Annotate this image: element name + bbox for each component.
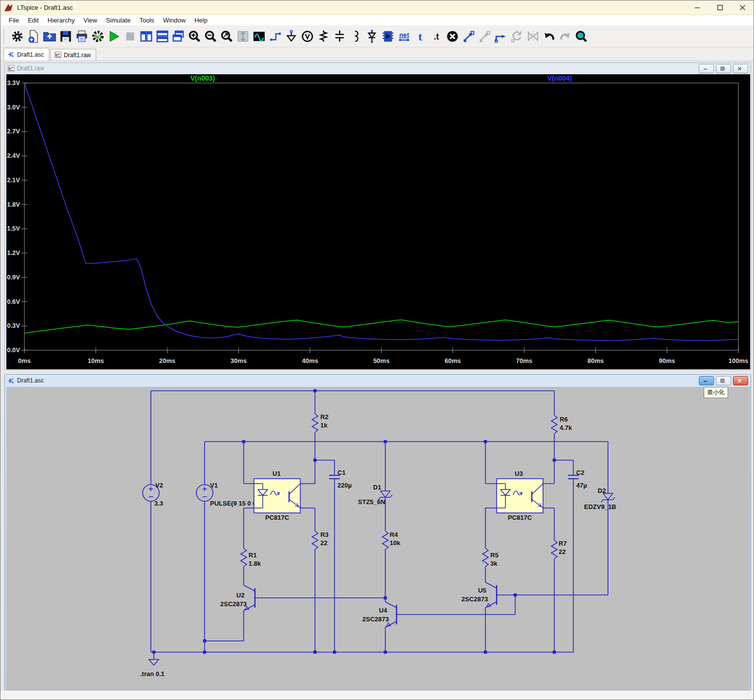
menu-simulate[interactable]: Simulate bbox=[102, 16, 135, 25]
copy-icon bbox=[462, 30, 475, 43]
diode-button[interactable] bbox=[364, 27, 380, 46]
print-button[interactable] bbox=[74, 27, 90, 46]
wave-minimize-button[interactable] bbox=[699, 64, 714, 73]
menu-window[interactable]: Window bbox=[159, 16, 190, 25]
spice-directive-button[interactable] bbox=[428, 27, 444, 46]
tab-draft1.asc[interactable]: Draft1.asc bbox=[3, 48, 49, 61]
menu-help[interactable]: Help bbox=[190, 16, 212, 25]
junction-dot bbox=[314, 651, 316, 654]
optocoupler-symbol bbox=[497, 479, 543, 513]
waveform-button[interactable] bbox=[251, 27, 267, 46]
x-tick-label: 50ms bbox=[373, 357, 389, 364]
menu-view[interactable]: View bbox=[79, 16, 102, 25]
inductor-button[interactable] bbox=[348, 27, 364, 46]
junction-dot bbox=[384, 596, 387, 599]
tab-draft1.raw[interactable]: Draft1.raw bbox=[50, 49, 96, 61]
cascade-button[interactable] bbox=[170, 27, 187, 46]
component-button[interactable] bbox=[380, 27, 396, 46]
schematic-canvas[interactable]: PULSE(9 15 0 0 0 V23.3V1U1PC817CR21kC122… bbox=[6, 387, 750, 689]
menu-edit[interactable]: Edit bbox=[23, 16, 43, 25]
zoom-extents-button[interactable] bbox=[219, 27, 235, 46]
legend-v(n003): V(n003) bbox=[190, 74, 215, 82]
schem-close-button[interactable] bbox=[733, 376, 748, 385]
ground-button[interactable] bbox=[283, 27, 299, 46]
junction-dot bbox=[384, 651, 387, 654]
net-label-button[interactable] bbox=[396, 27, 412, 46]
cascade-icon bbox=[172, 30, 185, 43]
schem-minimize-button[interactable] bbox=[699, 376, 714, 385]
minimize-button[interactable] bbox=[686, 0, 709, 15]
zoom-in-button[interactable] bbox=[187, 27, 203, 46]
resistor-symbol bbox=[241, 548, 247, 567]
resistor-button[interactable] bbox=[315, 27, 332, 46]
pan-button[interactable] bbox=[235, 27, 251, 46]
toolbar-grip[interactable] bbox=[3, 29, 6, 44]
ltspice-window: LTspice - Draft1.asc FileEditHierarchyVi… bbox=[0, 0, 754, 700]
component-label: C1 bbox=[337, 469, 346, 476]
component-label: 2SC2873 bbox=[362, 615, 389, 623]
junction-dot bbox=[553, 459, 556, 462]
menu-tools[interactable]: Tools bbox=[135, 16, 159, 25]
save-icon bbox=[59, 30, 72, 43]
status-bar bbox=[0, 690, 754, 700]
drag-button[interactable] bbox=[493, 27, 509, 46]
wave-restore-button[interactable] bbox=[716, 64, 731, 73]
x-tick-label: 0ms bbox=[18, 357, 31, 364]
schem-restore-button[interactable] bbox=[716, 376, 731, 385]
save-button[interactable] bbox=[58, 27, 74, 46]
resistor-symbol bbox=[382, 531, 388, 550]
menu-hierarchy[interactable]: Hierarchy bbox=[43, 16, 79, 25]
wave-close-button[interactable] bbox=[733, 64, 748, 73]
x-tick-label: 90ms bbox=[659, 357, 675, 364]
text-button[interactable] bbox=[412, 27, 428, 46]
schematic-drawing[interactable]: PULSE(9 15 0 0 0 V23.3V1U1PC817CR21kC122… bbox=[6, 387, 750, 689]
delete-button[interactable] bbox=[444, 27, 461, 46]
net-label-icon bbox=[398, 30, 411, 43]
trace-v(n004) bbox=[24, 83, 738, 340]
junction-dot bbox=[553, 651, 556, 654]
resistor-symbol bbox=[312, 414, 318, 432]
y-tick-label: 0.3V bbox=[7, 322, 20, 329]
mirror-button[interactable] bbox=[525, 27, 541, 46]
halt-button[interactable] bbox=[122, 27, 138, 46]
component-label: R7 bbox=[559, 540, 567, 547]
tile-vertical-button[interactable] bbox=[138, 27, 154, 46]
close-button[interactable] bbox=[731, 0, 754, 15]
component-label: 3.3 bbox=[154, 500, 163, 507]
resistor-symbol bbox=[551, 415, 557, 434]
component-label: 4.7k bbox=[560, 424, 572, 431]
component-label: 22 bbox=[320, 539, 327, 547]
tile-horizontal-button[interactable] bbox=[154, 27, 170, 46]
voltage-source-button[interactable] bbox=[299, 27, 315, 46]
waveform-plot-area[interactable]: 0.0V0.3V0.6V0.9V1.2V1.5V1.8V2.1V2.4V2.7V… bbox=[6, 74, 750, 369]
redo-button[interactable] bbox=[557, 27, 573, 46]
control-panel-button[interactable] bbox=[9, 27, 25, 46]
waveform-plot[interactable]: 0.0V0.3V0.6V0.9V1.2V1.5V1.8V2.1V2.4V2.7V… bbox=[6, 74, 750, 369]
junction-dot bbox=[203, 639, 206, 642]
waveform-icon bbox=[54, 51, 62, 59]
paste-button[interactable] bbox=[477, 27, 493, 46]
zoom-out-button[interactable] bbox=[203, 27, 219, 46]
waveform-tab-icon bbox=[7, 65, 15, 72]
y-tick-label: 1.5V bbox=[7, 225, 20, 232]
undo-icon bbox=[543, 30, 556, 43]
waveform-window-titlebar[interactable]: Draft1.raw bbox=[5, 63, 751, 74]
wire-button[interactable] bbox=[267, 27, 283, 46]
junction-dot bbox=[314, 389, 316, 392]
maximize-button[interactable] bbox=[709, 0, 731, 15]
ac-analysis-button[interactable] bbox=[90, 27, 106, 46]
junction-dot bbox=[484, 651, 487, 654]
x-tick-label: 40ms bbox=[302, 357, 318, 364]
run-button[interactable] bbox=[106, 27, 122, 46]
open-button[interactable] bbox=[42, 27, 58, 46]
find-button[interactable] bbox=[573, 27, 589, 46]
capacitor-button[interactable] bbox=[332, 27, 348, 46]
junction-dot bbox=[152, 651, 155, 654]
new-schematic-button[interactable] bbox=[25, 27, 42, 46]
undo-button[interactable] bbox=[541, 27, 557, 46]
menu-file[interactable]: File bbox=[4, 16, 23, 25]
trace-v(n003) bbox=[24, 320, 738, 333]
copy-button[interactable] bbox=[461, 27, 477, 46]
schematic-window-titlebar[interactable]: Draft1.asc bbox=[5, 375, 751, 386]
rotate-button[interactable] bbox=[509, 27, 525, 46]
